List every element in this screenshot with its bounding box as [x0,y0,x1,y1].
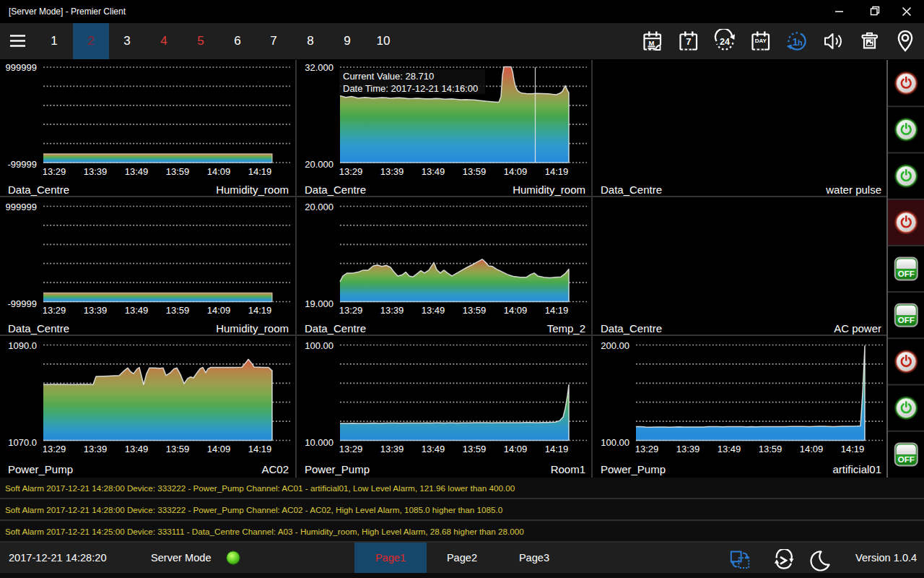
svg-text:14:09: 14:09 [207,444,231,454]
svg-text:14:09: 14:09 [503,444,527,454]
svg-text:13:59: 13:59 [462,305,486,316]
svg-text:13:29: 13:29 [43,305,66,316]
svg-text:Power_Pump: Power_Pump [8,462,73,475]
svg-text:h: h [798,38,803,47]
svg-text:Data_Centre: Data_Centre [8,322,69,334]
svg-text:13:39: 13:39 [676,444,699,454]
svg-text:100.00: 100.00 [305,340,334,350]
svg-text:Data_Centre: Data_Centre [601,322,662,334]
svg-text:Power_Pump: Power_Pump [305,462,370,475]
svg-text:13:59: 13:59 [166,166,190,177]
svg-text:13:39: 13:39 [380,444,404,454]
svg-text:7: 7 [686,36,691,47]
svg-text:20.000: 20.000 [305,201,334,212]
svg-text:13:49: 13:49 [125,444,149,454]
svg-text:Humidity_room: Humidity_room [216,322,289,334]
svg-text:13:59: 13:59 [462,444,486,454]
svg-text:1090.0: 1090.0 [8,340,37,350]
svg-text:-99999: -99999 [8,298,37,309]
svg-text:Data_Centre: Data_Centre [305,184,366,196]
svg-text:13:59: 13:59 [166,305,190,316]
svg-text:14:19: 14:19 [840,444,864,454]
svg-text:13:49: 13:49 [421,444,445,454]
svg-text:24: 24 [720,37,730,47]
svg-text:13:39: 13:39 [84,166,108,177]
svg-text:13:29: 13:29 [43,444,66,454]
svg-text:19.000: 19.000 [305,298,334,309]
svg-text:13:29: 13:29 [339,166,362,177]
svg-text:14:09: 14:09 [207,305,231,316]
svg-text:OFF: OFF [897,269,914,278]
svg-text:100.00: 100.00 [601,436,629,447]
svg-text:Data_Centre: Data_Centre [8,184,69,196]
svg-text:13:49: 13:49 [421,166,445,177]
svg-text:13:49: 13:49 [125,166,149,177]
svg-text:Humidity_room: Humidity_room [216,184,289,196]
svg-text:DAY: DAY [755,38,767,44]
svg-text:13:49: 13:49 [421,305,445,316]
svg-text:Date Time: 2017-12-21 14:16:00: Date Time: 2017-12-21 14:16:00 [343,83,478,94]
svg-text:1070.0: 1070.0 [8,436,37,447]
svg-text:13:39: 13:39 [84,444,108,454]
svg-text:13:29: 13:29 [635,444,658,454]
svg-text:OFF: OFF [897,455,914,464]
svg-text:20.000: 20.000 [305,159,334,170]
svg-text:13:29: 13:29 [339,444,362,454]
svg-text:13:59: 13:59 [758,444,782,454]
svg-text:13:29: 13:29 [43,166,66,177]
svg-text:32.000: 32.000 [305,62,334,73]
svg-text:13:49: 13:49 [717,444,741,454]
svg-text:14:09: 14:09 [207,166,231,177]
svg-text:13:39: 13:39 [380,305,404,316]
svg-text:14:19: 14:19 [248,166,272,177]
svg-text:AC power: AC power [834,322,881,334]
svg-text:Humidity_room: Humidity_room [513,184,585,196]
svg-text:999999: 999999 [6,201,37,212]
svg-text:13:59: 13:59 [166,444,190,454]
svg-text:14:19: 14:19 [544,444,568,454]
svg-text:Current Value: 28.710: Current Value: 28.710 [343,71,434,82]
svg-text:14:09: 14:09 [503,305,527,316]
svg-text:10.000: 10.000 [305,436,334,447]
svg-text:OFF: OFF [897,316,914,324]
svg-text:Power_Pump: Power_Pump [601,462,666,475]
svg-text:13:39: 13:39 [380,166,404,177]
svg-text:13:39: 13:39 [84,305,108,316]
svg-text:14:09: 14:09 [799,444,823,454]
svg-text:Data_Centre: Data_Centre [601,184,662,196]
svg-text:14:19: 14:19 [248,305,272,316]
svg-text:14:09: 14:09 [503,166,527,177]
svg-text:artificial01: artificial01 [832,462,881,475]
svg-text:Temp_2: Temp_2 [546,322,585,334]
svg-text:water pulse: water pulse [825,184,881,196]
svg-text:14:19: 14:19 [248,444,272,454]
svg-text:M: M [649,39,655,47]
svg-text:13:49: 13:49 [125,305,149,316]
svg-text:200.00: 200.00 [601,340,629,350]
svg-text:999999: 999999 [6,62,37,73]
svg-text:14:19: 14:19 [544,166,568,177]
svg-text:14:19: 14:19 [544,305,568,316]
svg-text:13:29: 13:29 [339,305,362,316]
svg-text:AC02: AC02 [261,462,289,475]
svg-text:Room1: Room1 [550,462,585,475]
svg-text:Data_Centre: Data_Centre [305,322,366,334]
svg-text:13:59: 13:59 [462,166,486,177]
svg-text:-99999: -99999 [8,159,37,170]
